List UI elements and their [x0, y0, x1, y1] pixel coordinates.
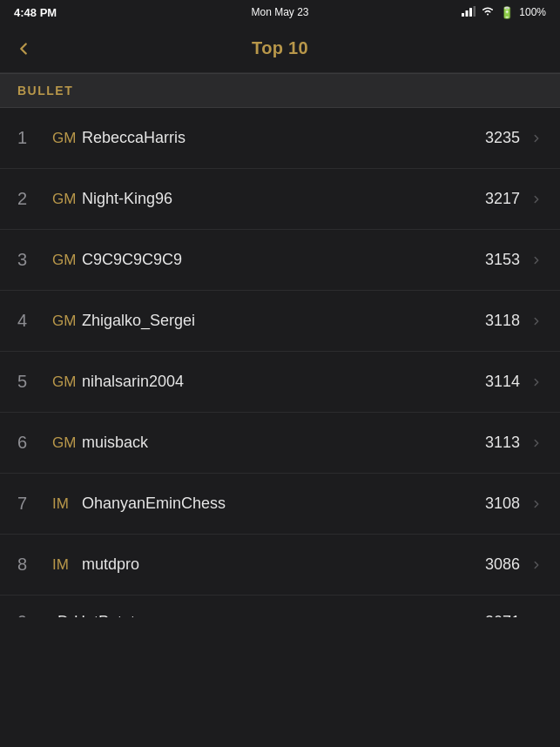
battery-icon: 🔋 — [500, 6, 514, 19]
player-info: DrHotPotato — [52, 613, 485, 631]
table-row[interactable]: 2 GM Night-King96 3217 — [0, 169, 560, 230]
status-time: 4:48 PM — [14, 6, 57, 19]
back-button[interactable] — [14, 39, 33, 58]
player-info: IM mutdpro — [52, 555, 485, 574]
player-rating: 3113 — [485, 434, 520, 452]
player-info: GM RebeccaHarris — [52, 129, 485, 147]
player-info: GM Zhigalko_Sergei — [52, 312, 485, 330]
player-rating: 3153 — [485, 251, 520, 269]
rank-label: 1 — [17, 128, 42, 148]
chevron-right-icon — [530, 376, 543, 388]
chevron-right-icon — [530, 559, 543, 571]
player-name: muisback — [82, 434, 148, 452]
chevron-right-icon — [530, 315, 543, 327]
player-info: GM Night-King96 — [52, 190, 485, 208]
battery-percent: 100% — [519, 6, 546, 18]
status-icons: 🔋 100% — [462, 6, 546, 19]
player-name: nihalsarin2004 — [82, 373, 184, 391]
table-row[interactable]: 3 GM C9C9C9C9C9 3153 — [0, 230, 560, 291]
svg-rect-2 — [469, 8, 472, 17]
svg-rect-3 — [474, 6, 476, 17]
player-info: GM nihalsarin2004 — [52, 373, 485, 391]
chevron-right-icon — [530, 193, 543, 205]
rank-label: 3 — [17, 250, 42, 270]
rank-label: 9 — [17, 612, 42, 632]
player-rating: 3108 — [485, 495, 520, 513]
player-name: RebeccaHarris — [82, 129, 186, 147]
player-title: IM — [52, 556, 77, 574]
table-row[interactable]: 9 DrHotPotato 3071 — [0, 596, 560, 648]
player-name: C9C9C9C9C9 — [82, 251, 182, 269]
player-rating: 3071 — [485, 613, 520, 631]
player-rating: 3118 — [485, 312, 520, 330]
chevron-right-icon — [530, 437, 543, 449]
section-label: BULLET — [17, 84, 73, 98]
rank-label: 8 — [17, 555, 42, 575]
chevron-right-icon — [530, 616, 543, 628]
wifi-icon — [481, 6, 495, 19]
player-rating: 3114 — [485, 373, 520, 391]
player-rating: 3217 — [485, 190, 520, 208]
player-info: GM muisback — [52, 434, 485, 452]
chevron-right-icon — [530, 498, 543, 510]
rank-label: 4 — [17, 311, 42, 331]
signal-icon — [462, 6, 476, 19]
table-row[interactable]: 6 GM muisback 3113 — [0, 413, 560, 474]
player-title: IM — [52, 495, 77, 513]
chevron-right-icon — [530, 254, 543, 266]
rank-label: 7 — [17, 494, 42, 514]
player-name: OhanyanEminChess — [82, 495, 226, 513]
page-title: Top 10 — [252, 38, 308, 58]
player-rating: 3235 — [485, 129, 520, 147]
player-name: DrHotPotato — [57, 613, 144, 631]
nav-bar: Top 10 — [0, 24, 560, 73]
player-title: GM — [52, 252, 77, 269]
player-title: GM — [52, 191, 77, 208]
table-row[interactable]: 1 GM RebeccaHarris 3235 — [0, 108, 560, 169]
player-rating: 3086 — [485, 555, 520, 574]
player-info: GM C9C9C9C9C9 — [52, 251, 485, 269]
rank-label: 5 — [17, 372, 42, 392]
player-info: IM OhanyanEminChess — [52, 495, 485, 513]
player-title: GM — [52, 374, 77, 391]
table-row[interactable]: 4 GM Zhigalko_Sergei 3118 — [0, 291, 560, 352]
svg-rect-1 — [466, 10, 469, 17]
table-row[interactable]: 7 IM OhanyanEminChess 3108 — [0, 474, 560, 535]
player-name: Night-King96 — [82, 190, 172, 208]
status-date: Mon May 23 — [251, 6, 308, 18]
player-title: GM — [52, 313, 77, 330]
svg-rect-0 — [462, 13, 464, 17]
player-title: GM — [52, 434, 77, 452]
table-row[interactable]: 8 IM mutdpro 3086 — [0, 535, 560, 596]
player-name: mutdpro — [82, 555, 139, 574]
rank-label: 2 — [17, 189, 42, 209]
section-header: BULLET — [0, 73, 560, 108]
player-name: Zhigalko_Sergei — [82, 312, 195, 330]
status-bar: 4:48 PM Mon May 23 🔋 100% — [0, 0, 560, 24]
back-arrow-icon — [14, 39, 33, 58]
chevron-right-icon — [530, 132, 543, 145]
leaderboard-list: 1 GM RebeccaHarris 3235 2 GM Night-King9… — [0, 108, 560, 648]
table-row[interactable]: 5 GM nihalsarin2004 3114 — [0, 352, 560, 413]
rank-label: 6 — [17, 433, 42, 453]
player-title: GM — [52, 130, 77, 147]
